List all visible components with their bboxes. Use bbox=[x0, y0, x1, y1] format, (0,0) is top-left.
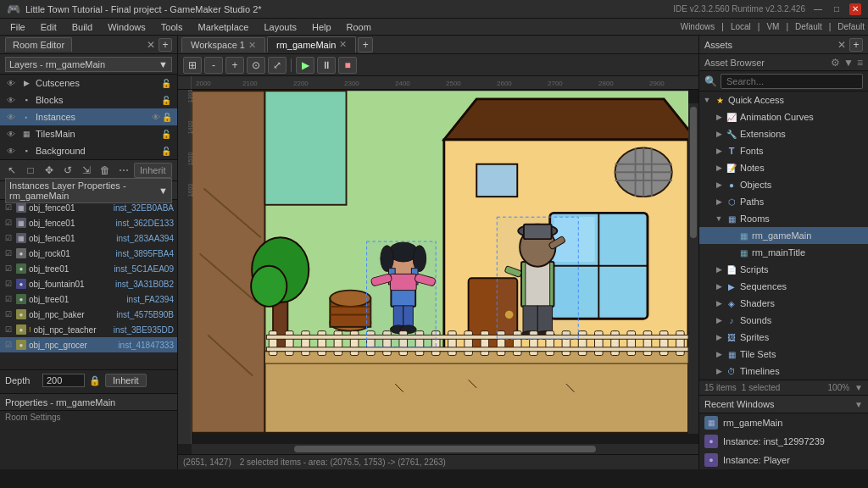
layer-eye-icon[interactable]: 👁 bbox=[5, 77, 17, 89]
layer-blocks[interactable]: 👁 ▪ Blocks 🔓 bbox=[0, 92, 177, 108]
recent-rm-gamemain[interactable]: ▦ rm_gameMain bbox=[699, 413, 868, 432]
cv-zoomin-btn[interactable]: + bbox=[225, 57, 244, 74]
cv-play-btn[interactable]: ▶ bbox=[296, 57, 314, 74]
menu-windows[interactable]: Windows bbox=[101, 20, 153, 34]
inst-check-icon[interactable]: ☑ bbox=[3, 309, 14, 319]
tree-rm-maintitle[interactable]: ▦ rm_mainTitle bbox=[699, 244, 868, 261]
local-label[interactable]: Local bbox=[731, 22, 751, 31]
menu-tools[interactable]: Tools bbox=[154, 20, 190, 34]
inst-check-icon[interactable]: ☑ bbox=[3, 263, 14, 274]
layer-tilesmain[interactable]: 👁 ▦ TilesMain 🔓 bbox=[0, 125, 177, 142]
depth-lock-icon[interactable]: 🔒 bbox=[88, 374, 102, 387]
tab-close-active-icon[interactable]: ✕ bbox=[339, 39, 347, 50]
recent-collapse-icon[interactable]: ▼ bbox=[854, 400, 863, 409]
horizontal-scrollbar-thumb[interactable] bbox=[294, 446, 596, 452]
lt-scale-btn[interactable]: ⇲ bbox=[78, 162, 95, 179]
instance-fence3[interactable]: ☑ ▦ obj_fence01 inst_283AA394 bbox=[0, 230, 177, 246]
inst-check-icon[interactable]: ☑ bbox=[3, 340, 14, 350]
tree-sprites[interactable]: ▶ 🖼 Sprites bbox=[699, 329, 868, 346]
tree-tile-sets[interactable]: ▶ ▦ Tile Sets bbox=[699, 346, 868, 363]
instance-teacher[interactable]: ☑ ● ! obj_npc_teacher inst_3BE935DD bbox=[0, 322, 177, 337]
inst-check-icon[interactable]: ☑ bbox=[3, 233, 14, 243]
inst-check-icon[interactable]: ☑ bbox=[3, 324, 14, 335]
layer-eye-icon[interactable]: 👁 bbox=[5, 145, 17, 157]
layer-eye2-icon[interactable]: 👁 bbox=[152, 113, 160, 122]
room-settings-label[interactable]: Room Settings bbox=[0, 411, 177, 428]
vertical-scrollbar[interactable] bbox=[688, 103, 698, 434]
tree-shaders[interactable]: ▶ ◈ Shaders bbox=[699, 295, 868, 312]
layer-background[interactable]: 👁 ▪ Background 🔓 bbox=[0, 142, 177, 159]
default2-label[interactable]: Default bbox=[837, 22, 865, 31]
tree-paths[interactable]: ▶ ⬡ Paths bbox=[699, 193, 868, 210]
layer-lock2-icon[interactable]: 🔓 bbox=[162, 113, 172, 122]
cv-pause-btn[interactable]: ⏸ bbox=[317, 57, 336, 74]
vm-label[interactable]: VM bbox=[766, 22, 779, 31]
instance-baker[interactable]: ☑ ● obj_npc_baker inst_4575B90B bbox=[0, 307, 177, 322]
instance-grocer[interactable]: ☑ ● obj_npc_grocer inst_41847333 bbox=[0, 337, 177, 352]
tree-extensions[interactable]: ▶ 🔧 Extensions bbox=[699, 125, 868, 142]
lt-rect-btn[interactable]: □ bbox=[22, 162, 39, 179]
cv-fullscreen-btn[interactable]: ⤢ bbox=[268, 57, 287, 74]
layer-lock-icon[interactable]: 🔓 bbox=[160, 94, 172, 106]
tree-sounds[interactable]: ▶ ♪ Sounds bbox=[699, 312, 868, 329]
horizontal-scrollbar[interactable] bbox=[192, 444, 698, 454]
layer-eye-icon[interactable]: 👁 bbox=[5, 111, 17, 123]
instance-fountain[interactable]: ☑ ● obj_fountain01 inst_3A31B0B2 bbox=[0, 276, 177, 291]
instances-dropdown[interactable]: Instances Layer Properties - rm_gameMain… bbox=[5, 178, 172, 203]
tree-objects[interactable]: ▶ ● Objects bbox=[699, 176, 868, 193]
instance-tree2[interactable]: ☑ ● obj_tree01 inst_FA2394 bbox=[0, 291, 177, 307]
default-label[interactable]: Default bbox=[795, 22, 822, 31]
room-editor-tab[interactable]: Room Editor bbox=[5, 37, 72, 52]
maximize-button[interactable]: □ bbox=[831, 3, 843, 15]
layer-lock-icon[interactable]: 🔓 bbox=[160, 128, 172, 140]
recent-player[interactable]: ● Instance: Player bbox=[699, 451, 868, 469]
cv-grid-btn[interactable]: ⊞ bbox=[183, 57, 202, 74]
search-input[interactable] bbox=[721, 74, 863, 89]
asset-zoom-chevron[interactable]: ▼ bbox=[854, 383, 863, 392]
tree-scripts[interactable]: ▶ 📄 Scripts bbox=[699, 261, 868, 278]
tree-sequences[interactable]: ▶ ▶ Sequences bbox=[699, 278, 868, 295]
menu-layouts[interactable]: Layouts bbox=[257, 20, 303, 34]
layer-eye-icon[interactable]: 👁 bbox=[5, 94, 17, 106]
tree-rm-gamemain[interactable]: ▦ rm_gameMain bbox=[699, 227, 868, 244]
windows-label[interactable]: Windows bbox=[681, 22, 715, 31]
lt-select-btn[interactable]: ↖ bbox=[3, 162, 20, 179]
inst-check-icon[interactable]: ☑ bbox=[3, 248, 14, 258]
instance-tree1[interactable]: ☑ ● obj_tree01 inst_5C1AEA09 bbox=[0, 261, 177, 276]
instance-fence1[interactable]: ☑ ▦ obj_fence01 inst_32EB0ABA bbox=[0, 200, 177, 215]
workspace-add-tab[interactable]: + bbox=[358, 37, 373, 53]
lt-inherit-btn[interactable]: Inherit bbox=[134, 163, 172, 178]
tree-fonts[interactable]: ▶ T Fonts bbox=[699, 142, 868, 159]
asset-filter-icon[interactable]: ▼ bbox=[843, 57, 854, 69]
menu-marketplace[interactable]: Marketplace bbox=[191, 20, 255, 34]
menu-build[interactable]: Build bbox=[65, 20, 99, 34]
recent-inst-12997239[interactable]: ● Instance: inst_12997239 bbox=[699, 432, 868, 451]
cv-stop-btn[interactable]: ■ bbox=[338, 57, 357, 74]
vertical-scrollbar-thumb[interactable] bbox=[690, 107, 697, 237]
assets-add-btn[interactable]: + bbox=[849, 38, 863, 52]
tree-rooms[interactable]: ▼ ▦ Rooms bbox=[699, 210, 868, 227]
tab-workspace1[interactable]: Workspace 1 ✕ bbox=[181, 37, 265, 53]
layer-lock-icon[interactable]: 🔓 bbox=[160, 77, 172, 89]
inst-check-icon[interactable]: ☑ bbox=[3, 202, 14, 213]
layer-instances[interactable]: 👁 ▪ Instances 👁 🔓 bbox=[0, 108, 177, 125]
inst-check-icon[interactable]: ☑ bbox=[3, 294, 14, 304]
tab-close-icon[interactable]: ✕ bbox=[248, 40, 256, 51]
menu-edit[interactable]: Edit bbox=[34, 20, 64, 34]
lt-delete-btn[interactable]: 🗑 bbox=[97, 162, 114, 179]
layer-lock-icon[interactable]: 🔓 bbox=[160, 145, 172, 157]
depth-input[interactable] bbox=[42, 374, 85, 387]
layer-cutscenes[interactable]: 👁 ▶ Cutscenes 🔓 bbox=[0, 75, 177, 92]
inst-check-icon[interactable]: ☑ bbox=[3, 218, 14, 228]
menu-room[interactable]: Room bbox=[340, 20, 378, 34]
instance-rock[interactable]: ☑ ● obj_rock01 inst_3895FBA4 bbox=[0, 246, 177, 261]
menu-help[interactable]: Help bbox=[305, 20, 338, 34]
close-button[interactable]: ✕ bbox=[849, 3, 861, 15]
instance-fence2[interactable]: ☑ ▦ obj_fence01 inst_362DE133 bbox=[0, 215, 177, 230]
asset-menu-icon[interactable]: ≡ bbox=[857, 57, 863, 69]
lt-move-btn[interactable]: ✥ bbox=[41, 162, 58, 179]
tree-quick-access[interactable]: ▼ ★ Quick Access bbox=[699, 92, 868, 108]
layers-dropdown[interactable]: Layers - rm_gameMain ▼ bbox=[5, 57, 172, 72]
menu-file[interactable]: File bbox=[3, 20, 32, 34]
tree-animation-curves[interactable]: ▶ 📈 Animation Curves bbox=[699, 108, 868, 125]
